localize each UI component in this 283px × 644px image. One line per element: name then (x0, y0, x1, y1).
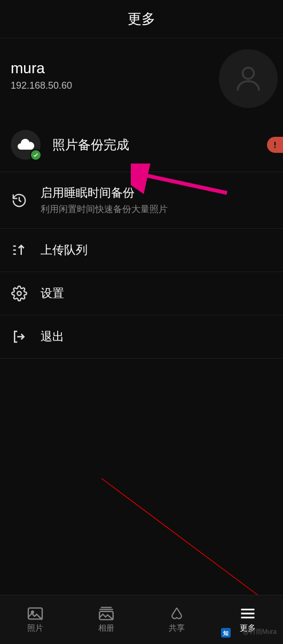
nav-photos[interactable]: 照片 (0, 595, 71, 644)
page-title: 更多 (128, 10, 155, 28)
menu-title: 设置 (41, 285, 64, 301)
header: 更多 (0, 0, 283, 38)
menu-upload-queue[interactable]: 上传队列 (0, 228, 283, 271)
nav-albums[interactable]: 相册 (71, 595, 142, 644)
annotation-arrow-red (99, 476, 280, 615)
menu-title: 上传队列 (41, 242, 88, 258)
menu-logout[interactable]: 退出 (0, 315, 283, 359)
nav-share[interactable]: 共享 (142, 595, 213, 644)
check-icon (33, 152, 39, 158)
menu-settings[interactable]: 设置 (0, 271, 283, 315)
profile-ip: 192.168.50.60 (11, 80, 72, 91)
upload-queue-icon (11, 242, 28, 259)
nav-label: 共享 (169, 623, 185, 633)
cloud-badge (11, 130, 41, 160)
menu-text: 启用睡眠时间备份 利用闲置时间快速备份大量照片 (41, 185, 168, 215)
history-icon (11, 192, 28, 209)
gear-icon (11, 285, 28, 302)
menu-text: 设置 (41, 285, 64, 301)
menu-text: 退出 (41, 329, 64, 345)
svg-point-1 (274, 146, 276, 148)
menu-sleep-backup[interactable]: 启用睡眠时间备份 利用闲置时间快速备份大量照片 (0, 172, 283, 228)
photos-icon (27, 606, 44, 621)
svg-text:知: 知 (223, 630, 229, 636)
logout-icon (11, 328, 28, 345)
exclamation-icon (270, 139, 280, 150)
nav-label: 相册 (98, 623, 114, 633)
svg-line-5 (101, 478, 270, 604)
check-badge (30, 149, 42, 161)
albums-icon (98, 606, 115, 621)
nav-label: 照片 (27, 623, 43, 633)
warning-badge[interactable] (267, 137, 283, 153)
svg-point-3 (17, 291, 21, 296)
person-icon (232, 63, 264, 95)
backup-status-text: 照片备份完成 (52, 136, 129, 153)
menu-title: 启用睡眠时间备份 (41, 185, 168, 201)
profile-text: mura 192.168.50.60 (11, 60, 72, 91)
avatar[interactable] (219, 49, 278, 108)
svg-rect-2 (274, 142, 276, 146)
menu-text: 上传队列 (41, 242, 88, 258)
share-icon (168, 606, 185, 621)
profile-section[interactable]: mura 192.168.50.60 (0, 38, 283, 118)
zhihu-icon: 知 (221, 628, 231, 638)
menu-subtitle: 利用闲置时间快速备份大量照片 (41, 203, 168, 215)
profile-name: mura (11, 60, 72, 77)
backup-status-row[interactable]: 照片备份完成 (0, 118, 283, 172)
svg-point-0 (243, 68, 254, 79)
menu-title: 退出 (41, 329, 64, 345)
bottom-nav: 照片 相册 共享 更多 (0, 595, 283, 644)
watermark: @村雨Mura (242, 627, 277, 637)
hamburger-icon (239, 606, 256, 621)
